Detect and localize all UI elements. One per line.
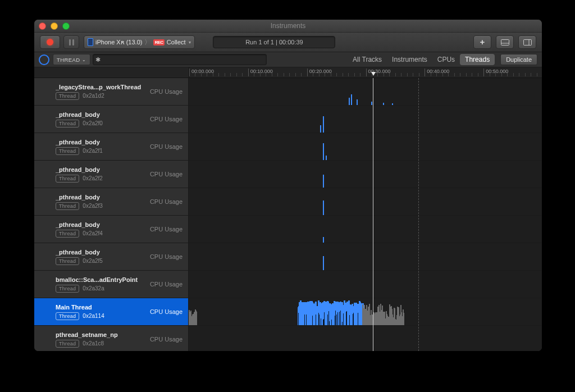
layout-left-button[interactable] [496, 35, 514, 49]
cpu-usage-label: CPU Usage [150, 143, 182, 150]
track-name: Main Thread [56, 304, 157, 311]
ruler-tick-major: 00:00.000 [189, 69, 214, 76]
thread-tag: Thread [56, 285, 79, 293]
layout-right-icon [523, 39, 532, 45]
titlebar[interactable]: Instruments [34, 20, 542, 33]
tracks-area: _legacyStrea...p_workThreadThread0x2a1d2… [34, 78, 542, 351]
toolbar: iPhone Xʀ (13.0) 〉 REC Collect ▾ Run 1 o… [34, 33, 542, 52]
cpu-usage-label: CPU Usage [150, 336, 182, 343]
seg-all-tracks[interactable]: All Tracks [348, 54, 387, 65]
close-icon[interactable] [39, 22, 46, 30]
playhead-icon[interactable] [371, 72, 376, 76]
cpu-usage-label: CPU Usage [150, 308, 182, 315]
thread-tag: Thread [56, 340, 79, 348]
thread-tag: Thread [56, 202, 79, 210]
track-row[interactable]: pthread_setname_npThread0x2a1c8CPU Usage [34, 326, 542, 351]
cpu-usage-label: CPU Usage [150, 253, 182, 260]
thread-tag: Thread [56, 175, 79, 183]
minimize-icon[interactable] [51, 22, 58, 30]
timeline-cell[interactable] [189, 106, 542, 133]
thread-scope-menu[interactable]: THREAD ⌄ [53, 54, 90, 65]
timeline-cell[interactable] [189, 326, 542, 351]
timeline-cell[interactable] [189, 188, 542, 215]
record-button[interactable] [40, 35, 60, 49]
track-row[interactable]: _pthread_bodyThread0x2a2f5CPU Usage [34, 243, 542, 271]
cpu-usage-label: CPU Usage [150, 226, 182, 233]
track-row[interactable]: _pthread_bodyThread0x2a2f1CPU Usage [34, 133, 542, 161]
timeline-cell[interactable] [189, 161, 542, 188]
track-info[interactable]: _pthread_bodyThread0x2a2f2CPU Usage [34, 161, 189, 188]
seg-threads[interactable]: Threads [460, 54, 495, 65]
thread-tag: Thread [56, 92, 79, 100]
svg-rect-0 [501, 39, 509, 45]
target-label: Collect [167, 39, 186, 45]
seg-cpus[interactable]: CPUs [432, 54, 460, 65]
track-info[interactable]: _pthread_bodyThread0x2a2f1CPU Usage [34, 133, 189, 160]
track-row[interactable]: _pthread_bodyThread0x2a2f4CPU Usage [34, 216, 542, 243]
track-row[interactable]: _pthread_bodyThread0x2a2f2CPU Usage [34, 161, 542, 188]
thread-scope-label: THREAD [57, 57, 80, 63]
track-row[interactable]: Main ThreadThread0x2a114CPU Usage [34, 298, 542, 326]
ruler-scale[interactable]: 00:00.00000:10.00000:20.00000:30.00000:4… [189, 67, 542, 78]
svg-rect-2 [523, 39, 531, 45]
cpu-usage-label: CPU Usage [150, 198, 182, 205]
traffic-lights [39, 20, 70, 32]
thread-tag: Thread [56, 147, 79, 155]
cpu-usage-label: CPU Usage [150, 281, 182, 288]
thread-tag: Thread [56, 120, 79, 127]
track-info[interactable]: _legacyStrea...p_workThreadThread0x2a1d2… [34, 78, 189, 105]
seg-instruments[interactable]: Instruments [387, 54, 432, 65]
device-label: iPhone Xʀ (13.0) [95, 39, 142, 46]
add-button[interactable]: + [473, 35, 491, 49]
cpu-usage-label: CPU Usage [150, 88, 182, 95]
track-name: _pthread_body [56, 111, 157, 118]
track-info[interactable]: _pthread_bodyThread0x2a2f5CPU Usage [34, 243, 189, 270]
track-name: _pthread_body [56, 194, 157, 200]
thread-id: 0x2a2f2 [83, 175, 103, 181]
thread-id: 0x2a2f4 [83, 230, 103, 236]
track-info[interactable]: bmalloc::Sca...adEntryPointThread0x2a32a… [34, 271, 189, 298]
track-info[interactable]: pthread_setname_npThread0x2a1c8CPU Usage [34, 326, 189, 351]
layout-right-button[interactable] [518, 35, 536, 49]
timeline-cell[interactable] [189, 271, 542, 298]
chevron-down-icon: ⌄ [82, 57, 86, 62]
thread-tag: Thread [56, 230, 79, 238]
timeline-cell[interactable] [189, 243, 542, 270]
timeline-cell[interactable] [189, 298, 542, 325]
track-info[interactable]: _pthread_bodyThread0x2a2f0CPU Usage [34, 106, 189, 133]
track-name: _legacyStrea...p_workThread [56, 84, 157, 90]
thread-id: 0x2a32a [83, 285, 104, 291]
track-name: _pthread_body [56, 139, 157, 145]
track-info[interactable]: Main ThreadThread0x2a114CPU Usage [34, 298, 189, 325]
track-info[interactable]: _pthread_bodyThread0x2a2f4CPU Usage [34, 216, 189, 243]
filter-bar: THREAD ⌄ ✱ All Tracks Instruments CPUs T… [34, 52, 542, 67]
target-selector[interactable]: iPhone Xʀ (13.0) 〉 REC Collect ▾ [84, 35, 195, 49]
track-view-segmented: All Tracks Instruments CPUs Threads [348, 54, 495, 65]
track-row[interactable]: _pthread_bodyThread0x2a2f0CPU Usage [34, 106, 542, 133]
filter-input[interactable]: ✱ [93, 54, 267, 65]
run-info-pill[interactable]: Run 1 of 1 | 00:00:39 [213, 36, 335, 48]
track-row[interactable]: _legacyStrea...p_workThreadThread0x2a1d2… [34, 78, 542, 106]
ruler-gutter [34, 67, 189, 78]
record-icon [47, 39, 53, 45]
track-info[interactable]: _pthread_bodyThread0x2a2f3CPU Usage [34, 188, 189, 215]
thread-id: 0x2a2f5 [83, 258, 103, 264]
track-row[interactable]: bmalloc::Sca...adEntryPointThread0x2a32a… [34, 271, 542, 298]
timeline-cell[interactable] [189, 216, 542, 243]
run-info-label: Run 1 of 1 | 00:00:39 [245, 39, 303, 45]
rec-badge-icon: REC [153, 39, 164, 45]
ruler-tick-major: 00:20.000 [307, 69, 332, 76]
iphone-icon [88, 38, 93, 46]
chevron-down-icon: ▾ [189, 40, 191, 45]
track-row[interactable]: _pthread_bodyThread0x2a2f3CPU Usage [34, 188, 542, 216]
timeline-cell[interactable] [189, 133, 542, 160]
zoom-icon[interactable] [62, 22, 70, 30]
target-ring-icon[interactable] [39, 54, 49, 65]
ruler-tick-major: 00:40.000 [425, 69, 449, 76]
time-ruler[interactable]: 00:00.00000:10.00000:20.00000:30.00000:4… [34, 67, 542, 78]
duplicate-button[interactable]: Duplicate [500, 54, 537, 65]
star-icon: ✱ [95, 56, 101, 63]
pause-icon [69, 39, 74, 45]
pause-button[interactable] [63, 35, 79, 49]
timeline-cell[interactable] [189, 78, 542, 105]
